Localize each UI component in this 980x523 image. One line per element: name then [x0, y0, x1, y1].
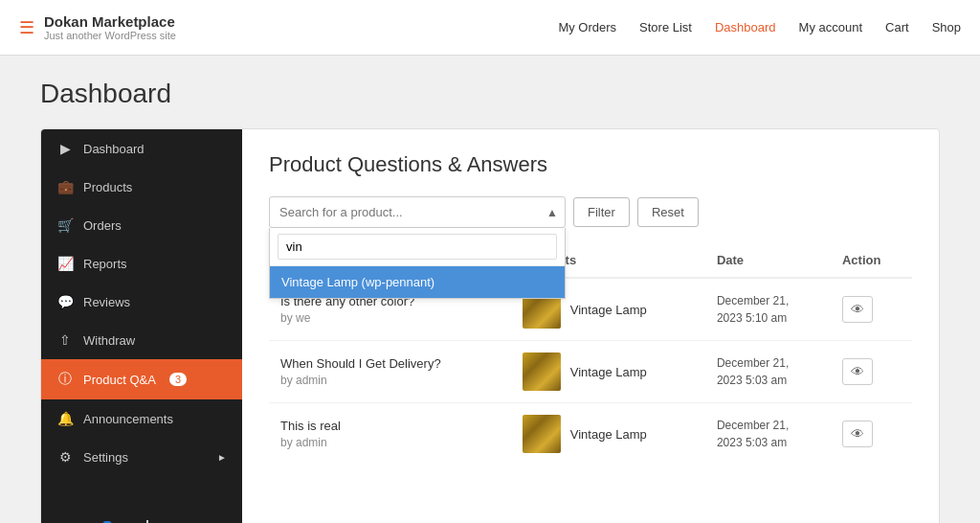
products-icon: 💼 — [56, 179, 74, 194]
reset-button[interactable]: Reset — [637, 197, 699, 227]
dropdown-search-input[interactable] — [278, 234, 557, 260]
sidebar-item-label: Reviews — [83, 295, 130, 309]
sidebar-item-label: Reports — [83, 257, 127, 271]
search-wrapper: ▲ Vintage Lamp (wp-pennant) — [269, 196, 566, 228]
product-name: Vintage Lamp — [570, 303, 647, 317]
main-content: Product Questions & Answers ▲ Vintage La… — [242, 129, 939, 523]
view-button[interactable]: 👁 — [842, 358, 873, 385]
content-area: ▶ Dashboard 💼 Products 🛒 Orders 📈 Report… — [40, 128, 940, 523]
settings-icon: ⚙ — [56, 449, 74, 465]
date-text: December 21,2023 5:10 am — [717, 292, 819, 327]
product-name: Vintage Lamp — [570, 365, 647, 379]
table-row: When Should I Get Delivery? by admin Vin… — [269, 341, 912, 403]
product-name: Vintage Lamp — [570, 427, 647, 442]
col-date: Date — [705, 243, 831, 278]
user-icon[interactable]: 👤 — [90, 512, 124, 523]
question-cell: This is real by admin — [269, 403, 511, 466]
question-text: When Should I Get Delivery? — [280, 356, 500, 371]
sidebar-item-label: Withdraw — [83, 333, 135, 348]
orders-icon: 🛒 — [56, 217, 74, 233]
action-cell: 👁 — [831, 278, 912, 341]
dropdown-input-row — [270, 228, 565, 266]
sidebar-item-withdraw[interactable]: ⇧ Withdraw — [41, 321, 242, 359]
brand: ☰ Dokan Marketplace Just another WordPre… — [19, 13, 558, 41]
product-thumbnail — [523, 352, 561, 391]
dropdown-item-vintage-lamp[interactable]: Vintage Lamp (wp-pennant) — [270, 266, 565, 298]
page-title: Dashboard — [40, 79, 940, 109]
announcements-icon: 🔔 — [56, 411, 74, 426]
product-thumb-img — [523, 352, 561, 391]
question-by: by we — [280, 311, 500, 325]
question-by: by admin — [280, 436, 500, 449]
sidebar-item-dashboard[interactable]: ▶ Dashboard — [41, 129, 242, 168]
reports-icon: 📈 — [56, 256, 74, 271]
product-cell-inner: Vintage Lamp — [523, 352, 694, 391]
hamburger-icon[interactable]: ☰ — [19, 17, 34, 38]
brand-name: Dokan Marketplace — [44, 13, 176, 30]
date-cell: December 21,2023 5:03 am — [705, 341, 831, 403]
col-action: Action — [831, 243, 912, 278]
nav-my-account[interactable]: My account — [799, 20, 862, 34]
question-text: This is real — [280, 419, 500, 433]
nav-cart[interactable]: Cart — [885, 20, 909, 34]
date-cell: December 21,2023 5:03 am — [705, 403, 831, 466]
sidebar-footer: ✎ 👤 ⏻ — [41, 505, 242, 523]
date-text: December 21,2023 5:03 am — [717, 354, 819, 389]
question-by: by admin — [280, 374, 500, 387]
sidebar-item-label: Dashboard — [83, 142, 145, 156]
product-cell: Vintage Lamp — [511, 403, 705, 466]
nav-dashboard[interactable]: Dashboard — [715, 20, 776, 34]
sidebar-item-settings[interactable]: ⚙ Settings ► — [41, 438, 242, 476]
sidebar-item-label: Orders — [83, 218, 122, 233]
sidebar-item-announcements[interactable]: 🔔 Announcements — [41, 399, 242, 438]
table-row: This is real by admin Vintage Lamp — [269, 403, 912, 466]
dashboard-icon: ▶ — [56, 141, 74, 156]
top-nav: My Orders Store List Dashboard My accoun… — [558, 20, 961, 34]
page-wrapper: Dashboard ▶ Dashboard 💼 Products 🛒 Order… — [21, 56, 959, 523]
sidebar-item-product-qa[interactable]: ⓘ Product Q&A 3 — [41, 359, 242, 399]
settings-arrow-icon: ► — [217, 452, 227, 463]
qa-icon: ⓘ — [56, 371, 74, 388]
withdraw-icon: ⇧ — [56, 332, 74, 348]
date-text: December 21,2023 5:03 am — [717, 417, 819, 451]
topbar: ☰ Dokan Marketplace Just another WordPre… — [0, 0, 980, 56]
sidebar-item-label: Product Q&A — [83, 373, 156, 387]
product-thumbnail — [523, 415, 561, 453]
search-dropdown: Vintage Lamp (wp-pennant) — [269, 228, 566, 299]
view-button[interactable]: 👁 — [842, 296, 873, 323]
brand-tagline: Just another WordPress site — [44, 30, 176, 41]
chevron-up-icon[interactable]: ▲ — [546, 206, 558, 219]
question-cell: When Should I Get Delivery? by admin — [269, 341, 511, 403]
search-input[interactable] — [269, 196, 566, 228]
sidebar: ▶ Dashboard 💼 Products 🛒 Orders 📈 Report… — [41, 129, 242, 523]
sidebar-item-products[interactable]: 💼 Products — [41, 168, 242, 206]
action-cell: 👁 — [831, 341, 912, 403]
nav-my-orders[interactable]: My Orders — [558, 20, 616, 34]
sidebar-item-reports[interactable]: 📈 Reports — [41, 244, 242, 283]
view-button[interactable]: 👁 — [842, 421, 873, 447]
filter-button[interactable]: Filter — [573, 197, 630, 227]
edit-icon[interactable]: ✎ — [55, 512, 82, 523]
date-cell: December 21,2023 5:10 am — [705, 278, 831, 341]
nav-shop[interactable]: Shop — [932, 20, 961, 34]
sidebar-item-label: Announcements — [83, 412, 173, 426]
section-title: Product Questions & Answers — [269, 152, 912, 177]
brand-text: Dokan Marketplace Just another WordPress… — [44, 13, 176, 41]
search-row: ▲ Vintage Lamp (wp-pennant) Filter Reset — [269, 196, 912, 228]
product-thumb-img — [523, 415, 561, 453]
nav-store-list[interactable]: Store List — [639, 20, 692, 34]
action-cell: 👁 — [831, 403, 912, 466]
reviews-icon: 💬 — [56, 294, 74, 309]
sidebar-item-orders[interactable]: 🛒 Orders — [41, 206, 242, 244]
product-cell: Vintage Lamp — [511, 341, 705, 403]
sidebar-item-label: Products — [83, 180, 132, 194]
qa-badge: 3 — [169, 373, 187, 386]
product-cell-inner: Vintage Lamp — [523, 415, 694, 453]
power-icon[interactable]: ⏻ — [132, 512, 163, 523]
sidebar-item-reviews[interactable]: 💬 Reviews — [41, 283, 242, 321]
sidebar-item-label: Settings — [83, 450, 128, 465]
